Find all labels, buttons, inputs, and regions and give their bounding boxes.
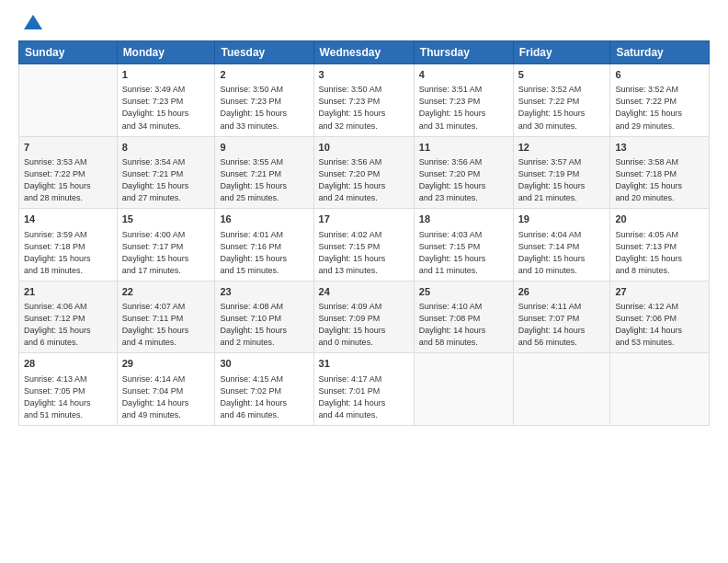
header [18,15,710,33]
day-number: 20 [615,213,704,226]
day-number: 2 [220,68,308,82]
day-number: 27 [615,285,704,299]
day-header-wednesday: Wednesday [313,41,414,64]
calendar-cell: 2Sunrise: 3:50 AMSunset: 7:23 PMDaylight… [215,64,313,137]
calendar-cell: 19Sunrise: 4:04 AMSunset: 7:14 PMDayligh… [513,209,610,282]
day-number: 12 [518,141,606,155]
calendar-cell [19,64,118,137]
calendar-cell: 20Sunrise: 4:05 AMSunset: 7:13 PMDayligh… [610,209,710,282]
day-number: 23 [220,285,308,299]
calendar-cell: 26Sunrise: 4:11 AMSunset: 7:07 PMDayligh… [513,281,610,353]
day-number: 13 [615,141,704,155]
day-info: Sunrise: 4:12 AMSunset: 7:06 PMDaylight:… [615,301,704,349]
logo [18,15,44,33]
day-info: Sunrise: 4:14 AMSunset: 7:04 PMDaylight:… [122,373,210,421]
day-info: Sunrise: 4:17 AMSunset: 7:01 PMDaylight:… [319,373,409,421]
calendar-cell: 14Sunrise: 3:59 AMSunset: 7:18 PMDayligh… [19,209,118,282]
day-header-sunday: Sunday [19,41,118,64]
day-info: Sunrise: 3:58 AMSunset: 7:18 PMDaylight:… [615,156,704,204]
day-header-friday: Friday [513,41,610,64]
calendar-cell: 22Sunrise: 4:07 AMSunset: 7:11 PMDayligh… [117,281,215,353]
day-number: 28 [24,357,112,371]
day-number: 25 [419,285,508,299]
day-info: Sunrise: 3:54 AMSunset: 7:21 PMDaylight:… [122,156,210,204]
day-number: 3 [319,68,409,82]
calendar-cell: 30Sunrise: 4:15 AMSunset: 7:02 PMDayligh… [215,353,313,426]
day-number: 22 [122,285,210,299]
calendar-cell: 24Sunrise: 4:09 AMSunset: 7:09 PMDayligh… [313,281,414,353]
day-number: 4 [419,68,508,82]
calendar-week-4: 21Sunrise: 4:06 AMSunset: 7:12 PMDayligh… [19,281,710,353]
day-number: 9 [220,141,308,155]
calendar-cell: 7Sunrise: 3:53 AMSunset: 7:22 PMDaylight… [19,136,118,209]
svg-marker-0 [24,15,42,29]
day-header-monday: Monday [117,41,215,64]
calendar-cell: 18Sunrise: 4:03 AMSunset: 7:15 PMDayligh… [414,209,513,282]
calendar-week-2: 7Sunrise: 3:53 AMSunset: 7:22 PMDaylight… [19,136,710,209]
day-number: 24 [319,285,409,299]
day-info: Sunrise: 4:10 AMSunset: 7:08 PMDaylight:… [419,301,508,349]
day-info: Sunrise: 4:04 AMSunset: 7:14 PMDaylight:… [518,229,606,277]
calendar-cell: 9Sunrise: 3:55 AMSunset: 7:21 PMDaylight… [215,136,313,209]
day-info: Sunrise: 4:08 AMSunset: 7:10 PMDaylight:… [220,301,308,349]
day-info: Sunrise: 4:03 AMSunset: 7:15 PMDaylight:… [419,229,508,277]
day-info: Sunrise: 3:56 AMSunset: 7:20 PMDaylight:… [419,156,508,204]
calendar-week-1: 1Sunrise: 3:49 AMSunset: 7:23 PMDaylight… [19,64,710,137]
day-info: Sunrise: 3:51 AMSunset: 7:23 PMDaylight:… [419,84,508,132]
day-info: Sunrise: 3:49 AMSunset: 7:23 PMDaylight:… [122,84,210,132]
calendar-cell: 29Sunrise: 4:14 AMSunset: 7:04 PMDayligh… [117,353,215,426]
day-number: 29 [122,357,210,371]
calendar-cell: 28Sunrise: 4:13 AMSunset: 7:05 PMDayligh… [19,353,118,426]
calendar-cell [513,353,610,426]
calendar-cell: 11Sunrise: 3:56 AMSunset: 7:20 PMDayligh… [414,136,513,209]
calendar-cell: 4Sunrise: 3:51 AMSunset: 7:23 PMDaylight… [414,64,513,137]
day-number: 31 [319,357,409,371]
day-number: 18 [419,213,508,226]
day-info: Sunrise: 4:09 AMSunset: 7:09 PMDaylight:… [319,301,409,349]
day-info: Sunrise: 4:15 AMSunset: 7:02 PMDaylight:… [220,373,308,421]
day-number: 30 [220,357,308,371]
logo-icon [22,11,44,33]
calendar-cell: 5Sunrise: 3:52 AMSunset: 7:22 PMDaylight… [513,64,610,137]
calendar-cell: 17Sunrise: 4:02 AMSunset: 7:15 PMDayligh… [313,209,414,282]
day-info: Sunrise: 3:59 AMSunset: 7:18 PMDaylight:… [24,229,112,277]
calendar-cell: 1Sunrise: 3:49 AMSunset: 7:23 PMDaylight… [117,64,215,137]
calendar-cell: 12Sunrise: 3:57 AMSunset: 7:19 PMDayligh… [513,136,610,209]
day-info: Sunrise: 4:02 AMSunset: 7:15 PMDaylight:… [319,229,409,277]
calendar-cell: 23Sunrise: 4:08 AMSunset: 7:10 PMDayligh… [215,281,313,353]
day-info: Sunrise: 3:57 AMSunset: 7:19 PMDaylight:… [518,156,606,204]
calendar-cell: 13Sunrise: 3:58 AMSunset: 7:18 PMDayligh… [610,136,710,209]
calendar-cell: 21Sunrise: 4:06 AMSunset: 7:12 PMDayligh… [19,281,118,353]
day-number: 10 [319,141,409,155]
calendar-table: SundayMondayTuesdayWednesdayThursdayFrid… [18,40,710,426]
day-number: 19 [518,213,606,226]
day-info: Sunrise: 3:55 AMSunset: 7:21 PMDaylight:… [220,156,308,204]
calendar-week-5: 28Sunrise: 4:13 AMSunset: 7:05 PMDayligh… [19,353,710,426]
day-number: 8 [122,141,210,155]
day-info: Sunrise: 3:52 AMSunset: 7:22 PMDaylight:… [518,84,606,132]
day-number: 6 [615,68,704,82]
calendar-cell: 3Sunrise: 3:50 AMSunset: 7:23 PMDaylight… [313,64,414,137]
calendar-cell [610,353,710,426]
calendar-cell: 25Sunrise: 4:10 AMSunset: 7:08 PMDayligh… [414,281,513,353]
day-info: Sunrise: 3:52 AMSunset: 7:22 PMDaylight:… [615,84,704,132]
calendar-cell: 15Sunrise: 4:00 AMSunset: 7:17 PMDayligh… [117,209,215,282]
calendar-cell: 6Sunrise: 3:52 AMSunset: 7:22 PMDaylight… [610,64,710,137]
calendar-cell: 10Sunrise: 3:56 AMSunset: 7:20 PMDayligh… [313,136,414,209]
day-info: Sunrise: 4:00 AMSunset: 7:17 PMDaylight:… [122,229,210,277]
day-number: 1 [122,68,210,82]
day-info: Sunrise: 3:50 AMSunset: 7:23 PMDaylight:… [319,84,409,132]
day-header-saturday: Saturday [610,41,710,64]
calendar-cell: 31Sunrise: 4:17 AMSunset: 7:01 PMDayligh… [313,353,414,426]
calendar-cell: 16Sunrise: 4:01 AMSunset: 7:16 PMDayligh… [215,209,313,282]
day-number: 15 [122,213,210,226]
day-number: 17 [319,213,409,226]
day-number: 21 [24,285,112,299]
day-number: 14 [24,213,112,226]
calendar-cell: 27Sunrise: 4:12 AMSunset: 7:06 PMDayligh… [610,281,710,353]
day-number: 5 [518,68,606,82]
day-info: Sunrise: 3:50 AMSunset: 7:23 PMDaylight:… [220,84,308,132]
day-info: Sunrise: 4:06 AMSunset: 7:12 PMDaylight:… [24,301,112,349]
day-info: Sunrise: 4:01 AMSunset: 7:16 PMDaylight:… [220,229,308,277]
day-header-thursday: Thursday [414,41,513,64]
